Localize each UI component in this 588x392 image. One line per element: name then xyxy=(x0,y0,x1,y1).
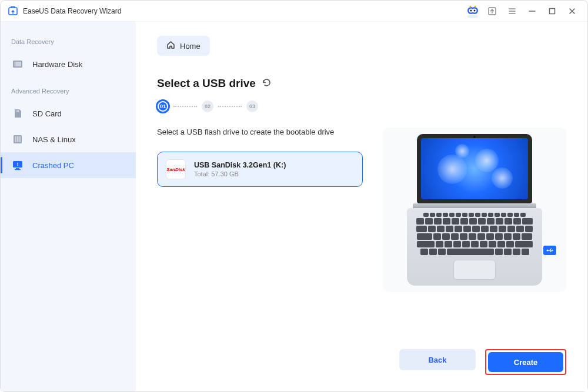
home-icon xyxy=(166,41,175,51)
svg-rect-26 xyxy=(17,136,19,142)
sidebar-item-nas-linux[interactable]: NAS & Linux xyxy=(1,126,136,152)
titlebar-left: EaseUS Data Recovery Wizard xyxy=(8,6,121,16)
step-connector xyxy=(218,106,242,107)
minimize-icon[interactable] xyxy=(524,3,540,19)
step-01: 01 xyxy=(157,100,169,112)
drive-vendor-badge: SanDisk xyxy=(166,159,186,179)
nas-icon xyxy=(11,133,24,146)
sidebar-item-hardware-disk[interactable]: Hardware Disk xyxy=(1,51,136,77)
sidebar-item-crashed-pc[interactable]: ! Crashed PC xyxy=(1,152,136,178)
body: Data Recovery Hardware Disk Advanced Rec… xyxy=(1,22,587,391)
svg-rect-29 xyxy=(16,168,19,169)
steps-indicator: 01 02 03 xyxy=(157,100,566,112)
refresh-icon[interactable] xyxy=(262,78,272,90)
crashed-pc-icon: ! xyxy=(11,159,24,172)
mascot-icon[interactable] xyxy=(465,4,480,19)
svg-rect-22 xyxy=(17,110,18,112)
sidebar: Data Recovery Hardware Disk Advanced Rec… xyxy=(1,22,136,391)
instruction-text: Select a USB flash drive to create the b… xyxy=(157,128,363,136)
main-panel: Home Select a USB drive 01 02 03 Select xyxy=(136,22,587,391)
sidebar-item-label: Crashed PC xyxy=(32,161,74,170)
content-row: Select a USB flash drive to create the b… xyxy=(157,128,566,292)
drive-subtitle: Total: 57.30 GB xyxy=(194,170,286,177)
drive-name: USB SanDisk 3.2Gen1 (K:) xyxy=(194,161,286,169)
svg-rect-21 xyxy=(16,110,16,112)
sidebar-section-data-recovery: Data Recovery Hardware Disk xyxy=(1,38,136,77)
page-heading: Select a USB drive xyxy=(157,77,256,90)
app-title: EaseUS Data Recovery Wizard xyxy=(23,7,121,15)
sidebar-section-advanced-recovery: Advanced Recovery SD Card NAS & Linux ! xyxy=(1,88,136,178)
drive-vendor-text: SanDisk xyxy=(166,167,185,172)
footer-buttons: Back Create xyxy=(399,349,566,375)
close-icon[interactable] xyxy=(564,3,580,19)
sidebar-section-title: Data Recovery xyxy=(1,38,136,51)
usb-connector-icon xyxy=(543,246,556,255)
menu-icon[interactable] xyxy=(504,3,520,19)
app-window: EaseUS Data Recovery Wizard xyxy=(0,0,588,392)
svg-text:!: ! xyxy=(17,162,19,167)
titlebar: EaseUS Data Recovery Wizard xyxy=(1,1,587,22)
svg-point-8 xyxy=(469,5,471,7)
step-connector xyxy=(173,106,197,107)
svg-point-7 xyxy=(474,9,476,11)
svg-rect-27 xyxy=(19,136,21,142)
usb-drive-card[interactable]: SanDisk USB SanDisk 3.2Gen1 (K:) Total: … xyxy=(157,152,363,187)
create-button[interactable]: Create xyxy=(488,352,563,372)
drive-info: USB SanDisk 3.2Gen1 (K:) Total: 57.30 GB xyxy=(194,161,286,177)
svg-rect-15 xyxy=(550,8,555,14)
maximize-icon[interactable] xyxy=(544,3,560,19)
create-button-highlight: Create xyxy=(485,349,566,375)
svg-point-9 xyxy=(474,5,476,7)
svg-rect-23 xyxy=(18,110,19,112)
sidebar-item-sd-card[interactable]: SD Card xyxy=(1,100,136,126)
laptop-illustration xyxy=(383,128,566,292)
hardware-disk-icon xyxy=(11,58,24,71)
svg-rect-25 xyxy=(15,136,17,142)
home-label: Home xyxy=(180,42,201,51)
home-button[interactable]: Home xyxy=(157,36,210,56)
svg-point-6 xyxy=(470,9,472,11)
svg-rect-30 xyxy=(15,169,21,170)
titlebar-right xyxy=(465,3,580,19)
sd-card-icon xyxy=(11,107,24,120)
sidebar-item-label: Hardware Disk xyxy=(32,60,82,69)
step-02: 02 xyxy=(202,100,213,112)
content-left: Select a USB flash drive to create the b… xyxy=(157,128,363,187)
sidebar-item-label: NAS & Linux xyxy=(32,135,76,144)
svg-rect-20 xyxy=(14,62,16,66)
upgrade-icon[interactable] xyxy=(484,3,500,19)
svg-point-1 xyxy=(467,15,479,18)
page-heading-row: Select a USB drive xyxy=(157,77,566,90)
sidebar-item-label: SD Card xyxy=(32,109,62,118)
sidebar-section-title: Advanced Recovery xyxy=(1,88,136,100)
back-button[interactable]: Back xyxy=(399,349,476,370)
app-logo-icon xyxy=(8,6,18,16)
step-03: 03 xyxy=(246,100,258,112)
